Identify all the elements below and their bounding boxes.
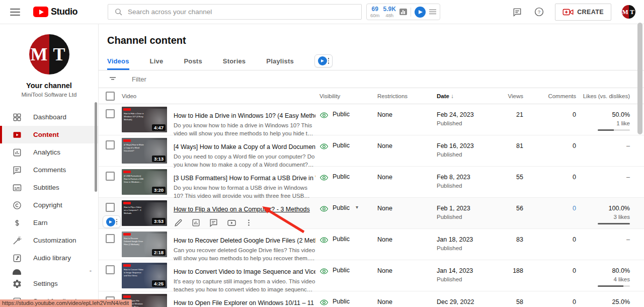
video-thumbnail[interactable]: How to Convert Video to Image Sequence a…: [122, 263, 167, 288]
thumbnail-logo-chip: [123, 202, 131, 204]
tab-playlists[interactable]: Playlists: [266, 52, 294, 70]
video-thumbnail[interactable]: [3 USB Formatters] How to Format a USB D…: [122, 169, 167, 195]
visibility-cell[interactable]: Public: [319, 104, 377, 137]
video-thumbnail[interactable]: How to Flip a Video on a Computer? - 3 M…: [122, 200, 167, 226]
channel-avatar[interactable]: MT: [29, 34, 69, 74]
comments-cell: 0: [523, 167, 576, 200]
audio-icon: [12, 253, 22, 263]
header-likes[interactable]: Likes (vs. dislikes): [576, 93, 630, 99]
visibility-cell[interactable]: Public: [319, 229, 377, 262]
video-thumbnail[interactable]: How to Recover Deleted Google Drive File…: [122, 232, 167, 257]
date-value: Dec 29, 2022: [437, 298, 500, 305]
duration-badge: 3:13: [152, 156, 166, 162]
tab-stories[interactable]: Stories: [223, 52, 246, 70]
analytics-bars-icon[interactable]: [191, 218, 201, 227]
comments-cell: 0: [523, 104, 576, 137]
date-cell: Jan 18, 2023Published: [437, 229, 500, 262]
visibility-cell[interactable]: Public: [319, 260, 377, 293]
table-row: How to Recover Deleted Google Drive File…: [99, 229, 644, 260]
sidebar-item-earn[interactable]: Earn: [0, 214, 98, 232]
sidebar-item-subtitles[interactable]: Subtitles: [0, 179, 98, 196]
video-thumbnail[interactable]: How to Hide a Drive in Windows 10? (4 Ea…: [122, 107, 167, 132]
header-comments[interactable]: Comments: [523, 93, 576, 99]
row-checkbox[interactable]: [106, 265, 115, 274]
youtube-play-icon[interactable]: [226, 218, 236, 227]
chevron-down-icon[interactable]: ▾: [356, 204, 358, 210]
sidebar-item-comments[interactable]: Comments: [0, 161, 98, 179]
video-title[interactable]: How to Recover Deleted Google Drive File…: [174, 237, 315, 244]
duration-badge: 4:25: [152, 280, 166, 287]
table-row: How to Convert Video to Image Sequence a…: [99, 260, 644, 291]
date-status: Published: [437, 276, 500, 282]
row-checkbox[interactable]: [106, 109, 115, 118]
thumbnail-text: [4 Ways] How to Make a Copy of a Word Do…: [124, 143, 144, 152]
account-avatar[interactable]: MT: [622, 5, 635, 19]
date-status: Published: [437, 245, 500, 251]
channel-search[interactable]: [108, 4, 362, 20]
sidebar-item-settings[interactable]: Settings: [0, 275, 98, 292]
extension-icon[interactable]: [415, 7, 426, 18]
video-title[interactable]: How to Convert Video to Image Sequence a…: [174, 268, 315, 275]
sidebar-item-analytics[interactable]: Analytics: [0, 143, 98, 161]
studio-logo[interactable]: Studio: [33, 7, 77, 17]
header-restrictions[interactable]: Restrictions: [377, 93, 437, 99]
video-title[interactable]: How to Hide a Drive in Windows 10? (4 Ea…: [174, 112, 315, 119]
more-kebab-icon[interactable]: [244, 218, 254, 227]
visibility-cell[interactable]: Public: [319, 291, 377, 307]
header-visibility[interactable]: Visibility: [319, 93, 377, 99]
select-all-checkbox[interactable]: [106, 92, 115, 101]
edit-pencil-icon[interactable]: [174, 218, 183, 227]
tab-live[interactable]: Live: [150, 52, 164, 70]
public-eye-icon: [319, 111, 329, 121]
row-hover-actions: [174, 218, 315, 227]
tabs-extension-chip[interactable]: [314, 54, 333, 67]
visibility-cell[interactable]: Public: [319, 167, 377, 200]
search-input[interactable]: [128, 8, 361, 16]
sidebar-item-audio-library[interactable]: Audio library: [0, 249, 98, 267]
menu-hamburger-icon[interactable]: [10, 9, 20, 16]
duration-badge: 2:18: [152, 249, 166, 256]
help-icon[interactable]: ?: [533, 7, 544, 18]
video-thumbnail[interactable]: [4 Ways] How to Make a Copy of a Word Do…: [122, 138, 167, 164]
video-title[interactable]: [3 USB Formatters] How to Format a USB D…: [174, 175, 315, 182]
extension-menu-icon[interactable]: [429, 10, 436, 15]
row-checkbox[interactable]: [106, 234, 115, 243]
sidebar-item-dashboard[interactable]: Dashboard: [0, 108, 98, 126]
feedback-icon[interactable]: [512, 7, 523, 18]
visibility-value: Public: [333, 267, 350, 274]
video-title[interactable]: How to Flip a Video on a Computer? - 3 M…: [174, 206, 315, 213]
ext-metric-1: 69 60m: [370, 6, 379, 18]
comments-bubble-icon[interactable]: [209, 218, 218, 227]
row-checkbox[interactable]: [106, 140, 115, 149]
likes-empty-dash: –: [626, 142, 630, 149]
public-eye-icon: [319, 267, 329, 277]
date-status: Published: [437, 214, 500, 220]
settings-icon: [12, 279, 22, 289]
visibility-cell[interactable]: Public▾: [319, 198, 377, 228]
sidebar-scrollbar[interactable]: [95, 102, 97, 192]
thumbnail-logo-chip: [123, 295, 131, 298]
tab-posts[interactable]: Posts: [184, 52, 202, 70]
header-views[interactable]: Views: [500, 93, 523, 99]
row-checkbox[interactable]: [106, 172, 115, 181]
comments-cell[interactable]: 0: [523, 198, 576, 228]
likes-cell: 50.0%1 like: [576, 104, 630, 137]
video-title[interactable]: How to Open File Explorer on Windows 10/…: [174, 299, 315, 306]
header-video[interactable]: Video: [122, 93, 319, 99]
sidebar-item-copyright[interactable]: Copyright: [0, 196, 98, 214]
create-button[interactable]: CREATE: [555, 4, 611, 21]
tab-videos[interactable]: Videos: [107, 52, 129, 70]
row-checkbox[interactable]: [106, 203, 115, 212]
main-scrollbar[interactable]: [637, 23, 642, 134]
header-date[interactable]: Date ↓: [437, 93, 500, 99]
filter-bar[interactable]: Filter: [99, 70, 644, 88]
visibility-cell[interactable]: Public: [319, 135, 377, 169]
date-status: Published: [437, 151, 500, 158]
sidebar-item-content[interactable]: Content: [0, 126, 98, 143]
extension-stats-widget[interactable]: 69 60m 5.9K 48h: [366, 4, 440, 20]
table-row: How to Open File Explorer on Windows 10/…: [99, 291, 644, 307]
row-extension-chip[interactable]: [103, 215, 121, 228]
sidebar-item-label: Comments: [33, 166, 66, 174]
video-title[interactable]: [4 Ways] How to Make a Copy of a Word Do…: [174, 143, 315, 150]
sidebar-item-customization[interactable]: Customization: [0, 232, 98, 249]
